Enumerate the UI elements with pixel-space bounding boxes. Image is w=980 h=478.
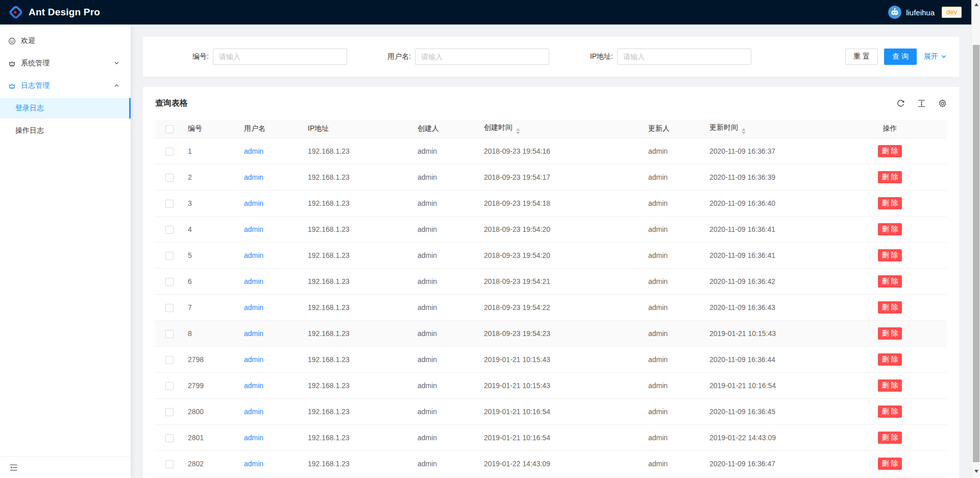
delete-button[interactable]: 删 除 [878,327,902,340]
cell-creator: admin [413,321,480,347]
username-link[interactable]: admin [244,277,263,285]
row-checkbox[interactable] [165,460,174,468]
row-checkbox[interactable] [165,226,174,234]
cell-update-time: 2019-01-22 14:43:09 [705,425,833,451]
sidebar-item-operation-log[interactable]: 操作日志 [0,121,131,141]
cell-ip: 192.168.1.23 [304,451,413,477]
row-checkbox[interactable] [165,304,174,312]
cell-ip: 192.168.1.23 [304,399,413,425]
delete-button[interactable]: 删 除 [878,458,902,470]
header-right: liufeihua dev [888,6,962,19]
id-field-label: 编号: [155,52,209,61]
row-checkbox[interactable] [165,148,174,156]
table-row: 5 admin 192.168.1.23 admin 2018-09-23 19… [155,243,947,269]
cell-create-time: 2019-01-21 10:16:54 [480,399,644,425]
id-field[interactable] [213,49,347,65]
sorter-icon[interactable] [742,128,746,134]
cell-create-time: 2019-01-21 10:15:43 [480,347,644,373]
cell-create-time: 2018-09-23 19:54:20 [480,243,644,269]
row-checkbox[interactable] [165,330,174,338]
cell-create-time: 2018-09-23 19:54:20 [480,217,644,243]
select-all-checkbox[interactable] [165,125,174,133]
username-link[interactable]: admin [244,173,263,181]
cell-update-time: 2020-11-09 16:36:42 [705,269,833,295]
sidebar-menu: 欢迎 系统管理 日志管理 [0,25,131,141]
density-icon[interactable] [917,99,926,108]
reload-icon[interactable] [896,99,905,108]
form-item-ip: IP地址: [559,49,762,65]
table-card: 查询表格 [143,87,959,478]
expand-toggle[interactable]: 展开 [924,52,947,61]
cell-update-time: 2020-11-09 16:36:45 [705,399,833,425]
row-checkbox[interactable] [165,356,174,364]
sidebar-item-login-log[interactable]: 登录日志 [0,98,131,118]
sorter-icon[interactable] [516,128,520,134]
cell-updater: admin [644,164,705,190]
table-row: 1 admin 192.168.1.23 admin 2018-09-23 19… [155,138,947,164]
username-link[interactable]: admin [244,460,263,468]
sidebar-item-system-management[interactable]: 系统管理 [0,53,131,74]
cell-create-time: 2018-09-23 19:54:23 [480,321,644,347]
cell-id: 6 [184,269,240,295]
username-link[interactable]: admin [244,329,263,338]
username-field[interactable] [415,49,549,65]
username-link[interactable]: admin [244,225,263,233]
cell-updater: admin [644,269,705,295]
menu-fold-icon[interactable] [9,463,18,472]
username-link[interactable]: admin [244,381,263,390]
cell-creator: admin [413,425,480,451]
table-card-header: 查询表格 [143,87,959,119]
delete-button[interactable]: 删 除 [878,432,902,444]
row-checkbox[interactable] [165,382,174,390]
scrollbar-down-arrow[interactable] [972,467,980,475]
username-link[interactable]: admin [244,355,263,364]
row-checkbox[interactable] [165,408,174,416]
row-checkbox[interactable] [165,252,174,260]
username-label[interactable]: liufeihua [906,8,935,17]
cell-updater: admin [644,347,705,373]
username-field-label: 用户名: [357,52,411,61]
ip-field-label: IP地址: [559,52,613,61]
cell-creator: admin [413,164,480,190]
cell-id: 4 [184,217,240,243]
delete-button[interactable]: 删 除 [878,405,902,418]
delete-button[interactable]: 删 除 [878,353,902,366]
delete-button[interactable]: 删 除 [878,379,902,392]
cell-ip: 192.168.1.23 [304,321,413,347]
chevron-up-icon [114,83,119,88]
user-avatar[interactable] [888,6,901,19]
cell-ip: 192.168.1.23 [304,243,413,269]
window-scrollbar [971,0,980,478]
row-checkbox[interactable] [165,434,174,442]
sidebar-item-welcome[interactable]: 欢迎 [0,31,131,51]
form-item-username: 用户名: [357,49,559,65]
cell-id: 7 [184,295,240,321]
row-checkbox[interactable] [165,200,174,208]
avatar-robot-icon [888,6,901,19]
sidebar-item-log-management[interactable]: 日志管理 [0,76,131,96]
scrollbar-thumb[interactable] [973,45,979,462]
delete-button[interactable]: 删 除 [878,171,902,183]
username-link[interactable]: admin [244,251,263,259]
ip-field[interactable] [617,49,751,65]
crown-icon [8,60,16,67]
row-checkbox[interactable] [165,278,174,286]
cell-create-time: 2019-01-21 10:15:43 [480,373,644,399]
username-link[interactable]: admin [244,199,263,207]
delete-button[interactable]: 删 除 [878,275,902,288]
sidebar: 欢迎 系统管理 日志管理 [0,25,131,478]
username-link[interactable]: admin [244,303,263,312]
username-link[interactable]: admin [244,434,263,442]
delete-button[interactable]: 删 除 [878,145,902,157]
delete-button[interactable]: 删 除 [878,249,902,261]
username-link[interactable]: admin [244,408,263,416]
reset-button[interactable]: 重 置 [845,49,878,65]
delete-button[interactable]: 删 除 [878,197,902,209]
scrollbar-up-arrow[interactable] [972,0,980,9]
delete-button[interactable]: 删 除 [878,301,902,314]
username-link[interactable]: admin [244,147,263,155]
settings-gear-icon[interactable] [938,99,947,108]
row-checkbox[interactable] [165,174,174,182]
delete-button[interactable]: 删 除 [878,223,902,235]
query-button[interactable]: 查 询 [884,49,917,65]
